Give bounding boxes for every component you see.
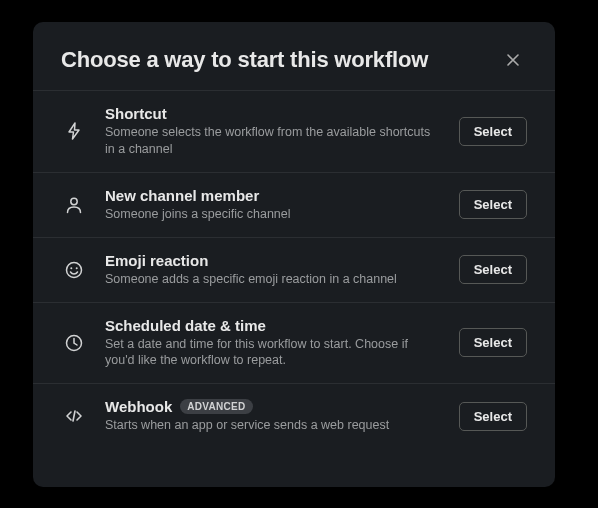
option-desc: Someone selects the workflow from the av… (105, 124, 441, 158)
select-button[interactable]: Select (459, 117, 527, 146)
option-text: Webhook ADVANCED Starts when an app or s… (105, 398, 441, 434)
select-button[interactable]: Select (459, 255, 527, 284)
option-title: Shortcut (105, 105, 167, 122)
option-desc: Someone joins a specific channel (105, 206, 441, 223)
select-button[interactable]: Select (459, 328, 527, 357)
svg-point-0 (71, 198, 77, 204)
option-text: Emoji reaction Someone adds a specific e… (105, 252, 441, 288)
svg-point-3 (76, 267, 78, 269)
emoji-icon (61, 260, 87, 280)
select-button[interactable]: Select (459, 402, 527, 431)
modal-title: Choose a way to start this workflow (61, 47, 428, 73)
close-icon (505, 52, 521, 68)
modal-header: Choose a way to start this workflow (33, 46, 555, 90)
svg-point-1 (67, 262, 82, 277)
option-text: Shortcut Someone selects the workflow fr… (105, 105, 441, 158)
option-webhook: Webhook ADVANCED Starts when an app or s… (33, 383, 555, 448)
person-icon (61, 195, 87, 215)
option-text: New channel member Someone joins a speci… (105, 187, 441, 223)
option-title: New channel member (105, 187, 259, 204)
option-new-channel-member: New channel member Someone joins a speci… (33, 172, 555, 237)
option-scheduled-date-time: Scheduled date & time Set a date and tim… (33, 302, 555, 384)
option-emoji-reaction: Emoji reaction Someone adds a specific e… (33, 237, 555, 302)
option-desc: Someone adds a specific emoji reaction i… (105, 271, 441, 288)
clock-icon (61, 333, 87, 353)
lightning-icon (61, 121, 87, 141)
select-button[interactable]: Select (459, 190, 527, 219)
advanced-badge: ADVANCED (180, 399, 252, 414)
options-list: Shortcut Someone selects the workflow fr… (33, 90, 555, 448)
option-title: Webhook (105, 398, 172, 415)
option-desc: Starts when an app or service sends a we… (105, 417, 441, 434)
option-title: Scheduled date & time (105, 317, 266, 334)
option-shortcut: Shortcut Someone selects the workflow fr… (33, 90, 555, 172)
option-desc: Set a date and time for this workflow to… (105, 336, 441, 370)
workflow-start-modal: Choose a way to start this workflow Shor… (33, 22, 555, 487)
code-icon (61, 406, 87, 426)
svg-point-2 (70, 267, 72, 269)
option-title: Emoji reaction (105, 252, 208, 269)
close-button[interactable] (499, 46, 527, 74)
option-text: Scheduled date & time Set a date and tim… (105, 317, 441, 370)
